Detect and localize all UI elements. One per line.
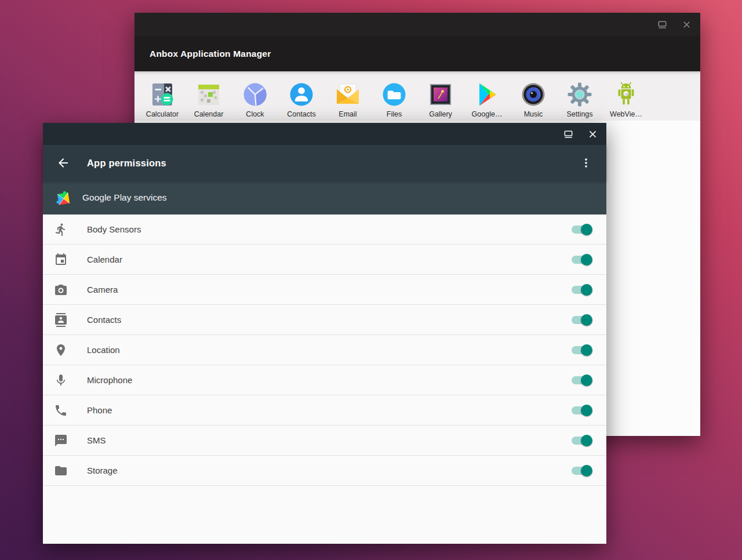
permission-toggle[interactable] (571, 254, 592, 266)
app-launcher-contacts[interactable]: Contacts (278, 71, 325, 121)
permission-row-sms[interactable]: SMS (43, 426, 606, 456)
close-icon (588, 129, 598, 139)
permission-row-camera[interactable]: Camera (43, 275, 606, 305)
permission-row-microphone[interactable]: Microphone (43, 365, 606, 395)
app-launcher-music[interactable]: Music (510, 71, 556, 121)
app-label: WebVie… (610, 110, 642, 118)
calendar-app-icon (195, 81, 223, 108)
permission-list: Body Sensors Calendar Camera (43, 214, 606, 544)
permission-label: SMS (87, 435, 106, 445)
app-label: Music (524, 110, 543, 118)
permission-row-contacts[interactable]: Contacts (43, 305, 606, 335)
permission-row-calendar[interactable]: Calendar (43, 245, 606, 275)
kebab-menu-icon (580, 157, 592, 169)
app-label: Email (339, 110, 357, 118)
storage-icon (54, 464, 68, 478)
permission-label: Calendar (87, 254, 122, 264)
app-label: Calculator (146, 110, 179, 118)
overflow-menu-button[interactable] (579, 155, 594, 170)
desktop-wallpaper: Anbox Application Manager (0, 0, 742, 560)
google-play-services-icon (55, 190, 71, 206)
permission-row-body-sensors[interactable]: Body Sensors (43, 214, 606, 245)
permission-toggle[interactable] (571, 374, 592, 386)
app-label: Files (387, 110, 402, 118)
permission-toggle[interactable] (571, 465, 592, 477)
permission-toggle[interactable] (571, 314, 592, 326)
permission-label: Body Sensors (87, 224, 141, 234)
permission-row-storage[interactable]: Storage (43, 456, 606, 486)
maximize-icon (657, 20, 667, 30)
arrow-left-icon (56, 156, 70, 170)
permission-row-phone[interactable]: Phone (43, 395, 606, 426)
app-launcher-google-play[interactable]: Google… (464, 71, 510, 121)
app-label: Calendar (194, 110, 224, 118)
permission-toggle[interactable] (571, 344, 592, 356)
permission-toggle[interactable] (571, 284, 592, 296)
microphone-icon (54, 373, 68, 387)
window-title: Anbox Application Manager (150, 49, 271, 59)
app-launcher-gallery[interactable]: Gallery (417, 71, 464, 121)
camera-icon (54, 283, 68, 297)
app-label: Settings (566, 110, 592, 118)
calendar-icon (54, 253, 68, 267)
permission-toggle[interactable] (571, 224, 592, 235)
google-play-app-icon (473, 81, 501, 108)
app-launcher-email[interactable]: Email (325, 71, 371, 121)
app-launcher-calendar[interactable]: Calendar (186, 71, 232, 121)
app-name: Google Play services (82, 192, 167, 203)
permission-toggle[interactable] (571, 435, 592, 446)
phone-icon (54, 403, 68, 417)
window-header: Anbox Application Manager (134, 36, 700, 71)
app-label: Clock (246, 110, 264, 118)
app-label: Google… (472, 110, 503, 118)
permission-label: Storage (87, 466, 118, 475)
maximize-button[interactable] (562, 128, 574, 140)
clock-app-icon (241, 81, 269, 108)
permission-label: Contacts (87, 315, 121, 325)
permission-label: Camera (87, 285, 118, 294)
app-header: Google Play services (43, 181, 606, 214)
contacts-icon (54, 313, 68, 327)
sms-icon (54, 434, 68, 448)
permission-toggle[interactable] (571, 405, 592, 416)
window-titlebar (43, 123, 606, 145)
body-sensors-icon (54, 223, 68, 237)
app-launcher-clock[interactable]: Clock (232, 71, 278, 121)
settings-app-icon (566, 81, 594, 108)
close-button[interactable] (681, 19, 692, 30)
maximize-button[interactable] (656, 19, 668, 30)
app-launcher-grid: Calculator Calendar (134, 71, 700, 121)
permission-row-location[interactable]: Location (43, 335, 606, 365)
app-launcher-settings[interactable]: Settings (556, 71, 603, 121)
webview-app-icon (612, 81, 640, 108)
permission-label: Microphone (87, 375, 132, 385)
music-app-icon (519, 81, 547, 108)
back-button[interactable] (56, 155, 71, 170)
close-icon (682, 20, 692, 30)
app-label: Gallery (429, 110, 452, 118)
gallery-app-icon (427, 81, 454, 108)
app-label: Contacts (287, 110, 315, 118)
app-launcher-calculator[interactable]: Calculator (139, 71, 186, 121)
permission-label: Location (87, 345, 120, 355)
maximize-icon (563, 129, 573, 139)
window-titlebar (134, 13, 700, 36)
app-bar: App permissions (43, 145, 606, 181)
permissions-window: App permissions (43, 123, 606, 544)
email-app-icon (334, 81, 362, 108)
contacts-app-icon (288, 81, 315, 108)
app-launcher-files[interactable]: Files (371, 71, 417, 121)
files-app-icon (380, 81, 408, 108)
calculator-app-icon (148, 81, 176, 108)
page-title: App permissions (87, 158, 166, 169)
close-button[interactable] (587, 128, 598, 140)
app-launcher-webview[interactable]: WebVie… (603, 71, 649, 121)
location-icon (54, 343, 68, 357)
permission-label: Phone (87, 405, 112, 415)
